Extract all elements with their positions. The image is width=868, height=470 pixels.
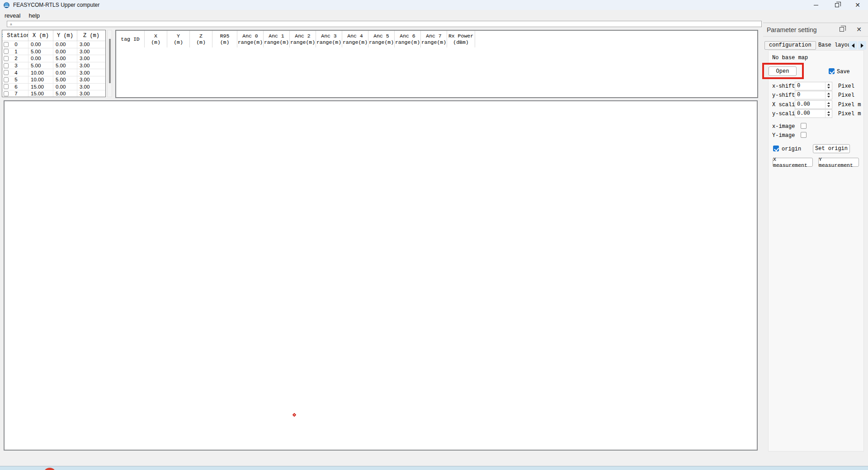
x-measurement-button[interactable]: X measurement <box>773 158 813 167</box>
tag-column-header: Anc 5range(m) <box>368 31 395 47</box>
y-shift-unit: Pixel <box>838 92 854 99</box>
y-measurement-button[interactable]: Y measurement <box>818 158 859 167</box>
station-cell: 7 <box>2 90 28 97</box>
minimize-icon <box>814 5 818 5</box>
row-checkbox[interactable] <box>4 70 9 75</box>
save-checkbox[interactable] <box>829 68 835 74</box>
table-row[interactable]: 35.005.003.00 <box>2 62 105 70</box>
y-shift-input[interactable]: 0 <box>795 91 832 99</box>
minimize-button[interactable] <box>806 0 826 10</box>
row-checkbox[interactable] <box>4 91 9 96</box>
y-cell: 5.00 <box>53 55 77 62</box>
column-header-z: Z (m) <box>77 30 105 41</box>
table-row[interactable]: 715.005.003.00 <box>2 90 105 97</box>
station-table: : Station X (m) Y (m) Z (m) 00.000.003.0… <box>2 30 106 97</box>
table-row[interactable]: 410.000.003.00 <box>2 69 105 76</box>
row-checkbox[interactable] <box>4 42 9 47</box>
tag-column-header: Y(m) <box>167 31 190 47</box>
table-row[interactable]: 510.005.003.00 <box>2 76 105 84</box>
tag-column-header: Anc 1range(m) <box>264 31 290 47</box>
clipped-input-strip: a <box>7 21 762 27</box>
save-label: Save <box>837 69 850 75</box>
y-cell: 0.00 <box>53 84 77 90</box>
tag-column-header: Anc 0range(m) <box>237 31 264 47</box>
panel-close-icon[interactable]: ✕ <box>855 25 863 33</box>
restore-button[interactable] <box>826 0 847 10</box>
tab-scroll-left-button[interactable] <box>849 41 857 50</box>
x-scale-input[interactable]: 0.00 <box>795 100 832 109</box>
y-cell: 0.00 <box>53 41 77 48</box>
app-icon <box>4 2 9 8</box>
y-shift-value: 0 <box>795 91 825 99</box>
spinner-buttons[interactable] <box>825 110 832 118</box>
y-scale-input[interactable]: 0.00 <box>795 109 832 118</box>
table-row[interactable]: 615.000.003.00 <box>2 84 105 91</box>
x-cell: 10.00 <box>28 69 53 76</box>
tag-table-header: tag IDX(m)Y(m)Z(m)R95(m)Anc 0range(m)Anc… <box>116 31 757 47</box>
row-checkbox[interactable] <box>4 77 9 82</box>
arrow-left-icon <box>852 43 854 48</box>
x-shift-unit: Pixel <box>838 83 854 89</box>
spin-up-icon <box>827 93 830 94</box>
no-base-map-label: No base map <box>772 55 808 61</box>
row-checkbox[interactable] <box>4 84 9 89</box>
scrollbar-thumb[interactable] <box>109 39 111 83</box>
y-cell: 5.00 <box>53 76 77 83</box>
y-scale-unit: Pixel m <box>838 111 861 117</box>
station-cell: 3 <box>2 62 28 69</box>
x-cell: 0.00 <box>28 55 53 62</box>
plot-canvas[interactable] <box>4 100 758 451</box>
close-button[interactable]: ✕ <box>847 0 868 10</box>
x-cell: 5.00 <box>28 62 53 69</box>
origin-checkbox[interactable] <box>773 146 779 151</box>
y-shift-label: y-shift <box>772 92 795 99</box>
close-icon: ✕ <box>855 2 860 8</box>
row-checkbox[interactable] <box>4 49 9 54</box>
spin-up-icon <box>827 102 830 104</box>
tab-scroll-right-button[interactable] <box>858 41 866 50</box>
station-table-header: : Station X (m) Y (m) Z (m) <box>2 30 105 41</box>
spinner-buttons[interactable] <box>825 82 832 90</box>
spin-down-icon <box>827 105 830 107</box>
station-cell: 5 <box>2 76 28 83</box>
station-cell: 6 <box>2 84 28 90</box>
float-panel-icon[interactable] <box>840 27 844 32</box>
z-cell: 3.00 <box>77 90 105 97</box>
column-header-x: X (m) <box>28 30 53 41</box>
y-cell: 0.00 <box>53 48 77 55</box>
x-scale-unit: Pixel m <box>838 102 861 108</box>
spinner-buttons[interactable] <box>825 91 832 99</box>
x-shift-value: 0 <box>795 82 825 90</box>
z-cell: 3.00 <box>77 62 105 69</box>
taskbar-app-icon[interactable] <box>43 468 56 470</box>
tab-configuration[interactable]: configuration <box>764 41 816 50</box>
tag-column-header: Rx Power(dBm) <box>447 31 475 47</box>
y-image-label: Y-image <box>772 132 795 139</box>
row-checkbox[interactable] <box>4 63 9 68</box>
table-row[interactable]: 20.005.003.00 <box>2 55 105 62</box>
y-image-checkbox[interactable] <box>801 132 807 138</box>
set-origin-button[interactable]: Set origin <box>813 144 850 153</box>
tag-column-header: Anc 2range(m) <box>290 31 316 47</box>
tag-column-header: Anc 3range(m) <box>316 31 342 47</box>
parameter-setting-panel: Parameter setting ✕ configuration Base l… <box>763 23 868 466</box>
window-title: FEASYCOM-RTLS Upper computer <box>13 2 99 8</box>
x-image-checkbox[interactable] <box>801 123 807 129</box>
table-row[interactable]: 15.000.003.00 <box>2 48 105 56</box>
station-table-scrollbar[interactable] <box>107 30 112 97</box>
spinner-buttons[interactable] <box>825 101 832 108</box>
clipped-text: a <box>10 22 12 26</box>
station-table-body: 00.000.003.0015.000.003.0020.005.003.003… <box>2 41 105 97</box>
x-shift-input[interactable]: 0 <box>795 82 832 90</box>
origin-label: origin <box>782 146 801 152</box>
menu-bar: reveal help <box>0 10 868 21</box>
table-row[interactable]: 00.000.003.00 <box>2 41 105 48</box>
annotation-highlight <box>762 63 804 79</box>
menu-item-reveal[interactable]: reveal <box>1 11 24 20</box>
row-checkbox[interactable] <box>4 56 9 61</box>
station-cell: 2 <box>2 55 28 62</box>
z-cell: 3.00 <box>77 69 105 76</box>
spin-down-icon <box>827 114 830 116</box>
menu-item-help[interactable]: help <box>25 11 43 20</box>
x-cell: 10.00 <box>28 76 53 83</box>
